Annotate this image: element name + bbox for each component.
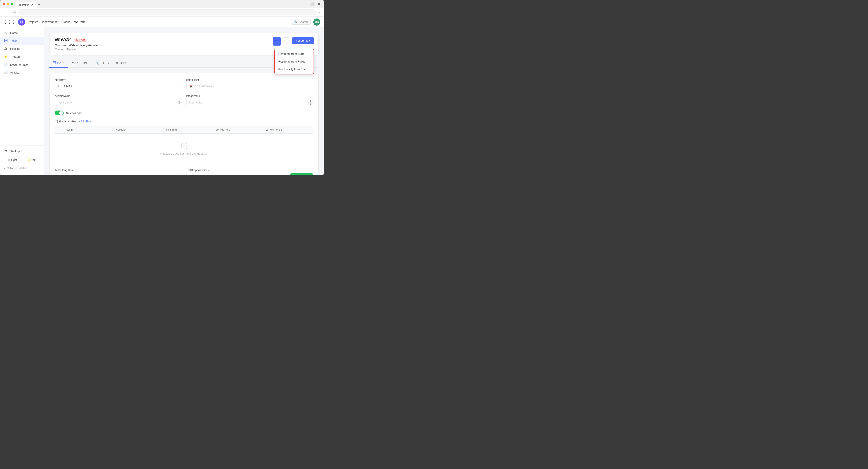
form-row-2: decimalvalue Input value ▲ ▼ integervalu… xyxy=(55,94,313,106)
restore-button[interactable]: ⬜ xyxy=(309,1,315,7)
svg-point-4 xyxy=(21,22,22,23)
tab-files[interactable]: 📎 FILES xyxy=(92,59,112,68)
sidebar-item-activity[interactable]: 📊 Activity xyxy=(0,68,44,76)
dropdown-with-update: dropdown value 1 Update ✕ ▾ xyxy=(186,173,313,175)
col-key-here-2-header: col key here 2 xyxy=(263,126,313,133)
col-int-header: col int xyxy=(64,126,114,133)
close-button[interactable]: ✕ xyxy=(317,1,321,7)
error-badge: ERROR xyxy=(74,38,87,42)
calendar-icon: 📅 xyxy=(189,85,193,88)
bool-field-row: this is a bool xyxy=(55,111,313,115)
decimal-input[interactable]: Input value ▲ ▼ xyxy=(55,99,182,106)
sidebar-label-pipeline: Pipeline xyxy=(10,47,20,51)
dark-label: Dark xyxy=(31,159,36,162)
active-tab[interactable]: e6f97c94 ✕ xyxy=(15,2,37,8)
integer-field-group: integervalue Input value ▲ ▼ xyxy=(186,94,313,106)
tasks-icon xyxy=(3,39,8,43)
avatar: BB xyxy=(313,19,320,26)
tab-data[interactable]: DATA xyxy=(49,59,68,68)
sidebar-label-tasks: Tasks xyxy=(10,39,18,42)
search-placeholder: Search xyxy=(299,20,308,24)
tab-label: e6f97c94 xyxy=(19,3,29,6)
minimize-button[interactable]: — xyxy=(302,1,307,7)
task-actions: ··· Resubmit ▾ Resubmit from Start Resub… xyxy=(283,37,314,44)
resubmit-failed-option[interactable]: Resubmit from Failed xyxy=(275,58,314,65)
integer-placeholder: Input value xyxy=(186,99,308,106)
dark-icon: 🌙 xyxy=(27,159,30,162)
sidebar-bottom: ⚙ Settings ☀ Light 🌙 Dark xyxy=(0,145,44,173)
sidebar-item-pipeline[interactable]: Pipeline xyxy=(0,45,44,53)
theme-light-button[interactable]: ☀ Light xyxy=(3,157,22,163)
browser-menu-button[interactable]: ⋮ xyxy=(317,10,321,15)
maximize-window-button[interactable] xyxy=(10,3,13,5)
table-empty-icon xyxy=(181,143,188,150)
currency-symbol: $ xyxy=(55,83,61,90)
add-row-button[interactable]: + Add Row xyxy=(79,120,91,123)
back-button[interactable]: ‹ xyxy=(3,9,5,15)
sidebar: ⌂ Home Tasks xyxy=(0,27,44,175)
sidebar-item-home[interactable]: ⌂ Home xyxy=(0,29,44,37)
breadcrumb-project-name[interactable]: Test webbot xyxy=(42,20,57,24)
breadcrumb-projects[interactable]: Projects xyxy=(28,20,38,24)
table-title: this is a table xyxy=(55,120,76,123)
collapse-sidebar-button[interactable]: « Collapse Sidebar xyxy=(0,165,44,171)
decimal-spinners: ▲ ▼ xyxy=(177,99,182,106)
light-label: Light xyxy=(11,159,17,162)
more-options-button[interactable]: ··· xyxy=(283,37,290,44)
forward-button[interactable]: › xyxy=(7,9,10,15)
tab-jobs[interactable]: ⚙ JOBS xyxy=(112,59,131,68)
sidebar-label-settings: Settings xyxy=(10,150,21,153)
search-bar[interactable]: 🔍 Search xyxy=(291,19,311,25)
sidebar-item-documentation[interactable]: 📄 Documentation xyxy=(0,61,44,68)
sidebar-label-triggers: Triggers xyxy=(10,55,21,58)
integer-down-button[interactable]: ▼ xyxy=(308,103,313,106)
string-field-label: Test String Here xyxy=(55,169,182,172)
svg-point-3 xyxy=(22,22,23,23)
breadcrumb-sep-2: / xyxy=(61,20,62,24)
search-icon: 🔍 xyxy=(294,20,298,24)
pipeline-icon xyxy=(3,47,8,51)
close-window-button[interactable] xyxy=(3,3,5,5)
resubmit-start-option[interactable]: Resubmit from Start xyxy=(275,50,314,58)
integer-up-button[interactable]: ▲ xyxy=(308,99,313,103)
address-bar[interactable] xyxy=(19,9,315,15)
browser-titlebar: e6f97c94 ✕ + — ⬜ ✕ xyxy=(0,0,324,8)
sidebar-item-settings[interactable]: ⚙ Settings xyxy=(0,147,44,155)
diff-toggle-button[interactable] xyxy=(273,37,281,45)
form-row-1: currrrrrrrr $ 33423 date picker 📅 DD/MM/… xyxy=(55,79,313,90)
minimize-window-button[interactable] xyxy=(7,3,9,5)
svg-point-1 xyxy=(22,21,23,22)
tab-close-icon[interactable]: ✕ xyxy=(31,3,33,6)
resubmit-button[interactable]: Resubmit ▾ xyxy=(292,37,314,44)
sidebar-item-tasks[interactable]: Tasks xyxy=(0,37,44,45)
run-locally-option[interactable]: Run Locally from Start xyxy=(275,65,314,73)
theme-dark-button[interactable]: 🌙 Dark xyxy=(22,157,41,163)
string-field-input[interactable]: dsfasdf xyxy=(55,173,182,175)
sidebar-item-triggers[interactable]: ⚡ Triggers xyxy=(0,53,44,61)
refresh-button[interactable]: ↻ xyxy=(12,9,17,15)
settings-icon: ⚙ xyxy=(3,149,8,153)
top-nav: ⋮⋮⋮ Projects / Test webbot ▾ / Tasks / e… xyxy=(0,17,324,27)
grid-icon[interactable]: ⋮⋮⋮ xyxy=(3,20,16,25)
dropdown-field-input[interactable]: dropdown value 1 xyxy=(186,173,289,175)
new-tab-button[interactable]: + xyxy=(37,1,41,8)
curr-field-input[interactable]: $ 33423 xyxy=(55,83,182,90)
integer-input[interactable]: Input value ▲ ▼ xyxy=(186,99,313,106)
bool-toggle[interactable] xyxy=(55,111,64,115)
project-dropdown-button[interactable]: ▾ xyxy=(58,21,59,24)
decimal-down-button[interactable]: ▼ xyxy=(177,103,182,106)
dropdown-field-label: TestDropdown$here xyxy=(186,169,313,172)
window-controls xyxy=(3,3,13,5)
breadcrumb-tasks[interactable]: Tasks xyxy=(63,20,70,24)
task-id: e6f97c94 xyxy=(55,37,71,42)
resubmit-container: Resubmit ▾ Resubmit from Start Resubmit … xyxy=(292,37,314,44)
created-label: Created xyxy=(55,48,64,51)
svg-rect-13 xyxy=(53,61,56,64)
jobs-tab-icon: ⚙ xyxy=(116,61,118,65)
breadcrumb-current-task: e6f97c94 xyxy=(73,20,86,24)
tab-pipeline[interactable]: PIPELINE xyxy=(68,59,92,68)
datepicker-input[interactable]: 📅 DD/MM/YYYY xyxy=(186,83,313,90)
svg-point-2 xyxy=(20,22,21,23)
update-button[interactable]: Update ✕ ▾ xyxy=(290,173,313,175)
decimal-up-button[interactable]: ▲ xyxy=(177,99,182,103)
